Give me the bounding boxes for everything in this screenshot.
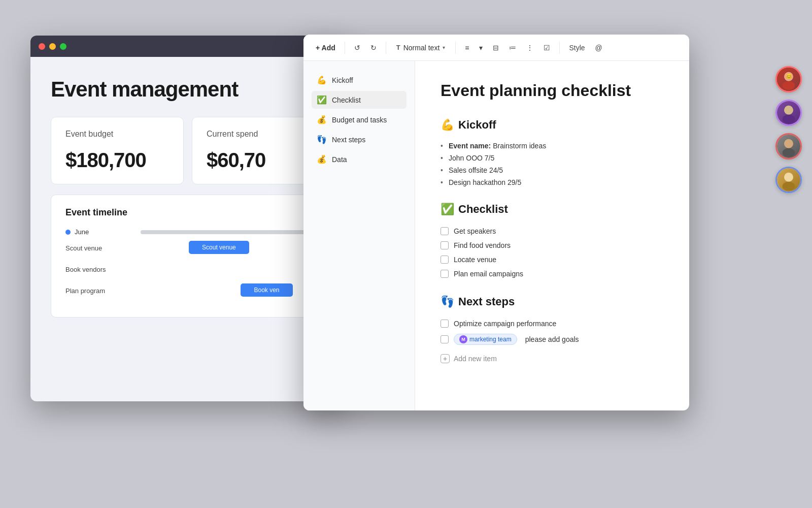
editor-window: + Add ↺ ↻ T Normal text ▾ ≡ ▾ ⊟ ≔ ⋮ [303, 35, 689, 410]
editor-body: 💪 Kickoff ✅ Checklist 💰 Budget and tasks… [303, 61, 689, 410]
avatar-4-image [777, 168, 800, 192]
avatar-3-svg [777, 133, 800, 160]
checklist-emoji: ✅ [317, 95, 327, 105]
next-step-add: + Add new item [441, 348, 664, 369]
mention-text: marketing team [469, 336, 512, 343]
month-dot [65, 230, 71, 235]
undo-icon: ↺ [354, 44, 360, 52]
mention-button[interactable]: @ [591, 41, 606, 55]
john-ooo: John OOO 7/5 [449, 154, 494, 162]
add-item-button[interactable]: + Add new item [441, 351, 497, 366]
avatar-3[interactable] [775, 133, 802, 160]
svg-text:😊: 😊 [786, 73, 793, 80]
unordered-list-button[interactable]: ≔ [505, 41, 520, 55]
month-name: June [75, 228, 141, 236]
maximize-button[interactable] [60, 43, 66, 50]
add-button[interactable]: + Add [312, 41, 340, 55]
list-item: Design hackathon 29/5 [441, 176, 664, 188]
stat-cards-row: Event budget $180,700 Current spend $60,… [51, 117, 325, 184]
checklist-button[interactable]: ☑ [539, 41, 554, 55]
editor-sidebar: 💪 Kickoff ✅ Checklist 💰 Budget and tasks… [303, 61, 415, 410]
columns-button[interactable]: ⊟ [489, 41, 503, 55]
toolbar-sep-1 [345, 42, 345, 54]
timeline-card: Event timeline June Scout venue Scout ve… [51, 195, 325, 318]
add-item-label: Add new item [454, 355, 497, 363]
next-step-checkbox-0[interactable] [441, 320, 449, 328]
next-step-checkbox-1[interactable] [441, 335, 449, 343]
event-budget-label: Event budget [65, 130, 169, 139]
avatar-1-image: 😊 [777, 68, 800, 91]
sidebar-item-data[interactable]: 💰 Data [312, 150, 407, 168]
checklist-item-0: Get speakers [441, 224, 664, 238]
sidebar-item-checklist[interactable]: ✅ Checklist [312, 91, 407, 109]
checklist-text-2: Locate venue [454, 256, 496, 264]
avatar-2-image [777, 101, 800, 124]
document-title: Event planning checklist [441, 81, 664, 100]
data-emoji: 💰 [317, 154, 327, 164]
kickoff-section-emoji: 💪 [441, 118, 454, 132]
current-spend-value: $60,70 [207, 149, 310, 172]
svg-point-5 [783, 115, 795, 124]
mention-tag[interactable]: M marketing team [454, 334, 517, 345]
svg-point-8 [783, 148, 795, 157]
minimize-button[interactable] [49, 43, 56, 50]
timeline-label-1: Book vendors [65, 266, 137, 273]
sidebar-item-kickoff[interactable]: 💪 Kickoff [312, 71, 407, 89]
avatar-3-image [777, 135, 800, 158]
event-budget-card: Event budget $180,700 [51, 117, 184, 184]
kickoff-list: Event name: Brainstorm ideas John OOO 7/… [441, 140, 664, 188]
checklist-section: ✅ Checklist Get speakers Find food vendo… [441, 203, 664, 281]
checkbox-2[interactable] [441, 256, 449, 264]
kickoff-emoji: 💪 [317, 75, 327, 85]
design-hackathon: Design hackathon 29/5 [449, 178, 521, 186]
sidebar-item-budget[interactable]: 💰 Budget and tasks [312, 111, 407, 129]
sidebar-item-next-steps[interactable]: 👣 Next steps [312, 131, 407, 148]
data-label: Data [332, 155, 347, 164]
editor-toolbar: + Add ↺ ↻ T Normal text ▾ ≡ ▾ ⊟ ≔ ⋮ [303, 35, 689, 61]
checkbox-0[interactable] [441, 227, 449, 235]
undo-button[interactable]: ↺ [350, 41, 364, 55]
svg-point-11 [783, 182, 795, 191]
next-step-0: Optimize campaign performance [441, 316, 664, 331]
kickoff-label: Kickoff [332, 76, 353, 84]
timeline-row-1: Book vendors [65, 262, 310, 276]
checkbox-1[interactable] [441, 241, 449, 249]
align-dropdown-button[interactable]: ▾ [475, 41, 487, 55]
align-left-button[interactable]: ≡ [461, 41, 473, 55]
style-button[interactable]: Style [565, 41, 589, 55]
svg-point-1 [783, 81, 795, 90]
timeline-bar-container-0: Scout venue [137, 241, 310, 255]
toolbar-sep-3 [455, 42, 456, 54]
svg-point-12 [784, 173, 793, 182]
list-icon: ≔ [509, 44, 516, 52]
text-type-selector[interactable]: T Normal text ▾ [391, 41, 451, 54]
budget-label: Budget and tasks [332, 116, 387, 124]
next-step-text-0: Optimize campaign performance [454, 320, 556, 328]
close-button[interactable] [39, 43, 45, 50]
timeline-row-0: Scout venue Scout venue [65, 241, 310, 255]
kickoff-section: 💪 Kickoff Event name: Brainstorm ideas J… [441, 118, 664, 188]
editor-main: Event planning checklist 💪 Kickoff Event… [415, 61, 689, 410]
bold-event-name: Event name: [449, 142, 491, 150]
dashboard-content: Event management Event budget $180,700 C… [30, 57, 345, 401]
align-chevron-icon: ▾ [479, 44, 483, 52]
checklist-text-1: Find food vendors [454, 241, 511, 249]
avatar-4-svg [777, 167, 800, 193]
redo-button[interactable]: ↻ [366, 41, 381, 55]
timeline-bar-2: Book ven [241, 283, 293, 297]
list-item: Event name: Brainstorm ideas [441, 140, 664, 152]
ordered-list-button[interactable]: ⋮ [522, 41, 537, 55]
timeline-label-2: Plan program [65, 287, 137, 295]
svg-point-6 [784, 106, 793, 115]
toolbar-sep-2 [386, 42, 386, 54]
mention-m-icon: M [459, 335, 467, 343]
avatar-2[interactable] [775, 100, 802, 126]
checkbox-3[interactable] [441, 270, 449, 278]
checklist-label: Checklist [332, 96, 361, 104]
svg-point-9 [784, 139, 793, 148]
checklist-text-0: Get speakers [454, 227, 496, 235]
avatar-1[interactable]: 😊 [775, 66, 802, 92]
mention-extra-text: please add goals [525, 335, 579, 343]
timeline-title: Event timeline [65, 207, 310, 218]
avatar-4[interactable] [775, 167, 802, 193]
